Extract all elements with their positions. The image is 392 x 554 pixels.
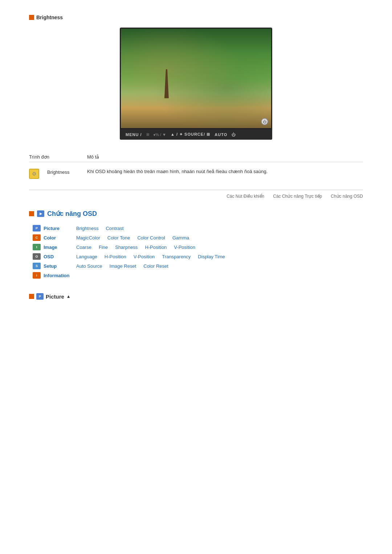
settings-icon bbox=[29, 169, 39, 179]
image-item-sharpness[interactable]: Sharpness bbox=[115, 245, 138, 250]
picture-category-icon: P bbox=[33, 225, 41, 231]
osd-section: ▶ Chức năng OSD P Picture Brightness Con… bbox=[29, 210, 363, 279]
osd-category-icon: O bbox=[33, 253, 41, 260]
setup-item-autosource[interactable]: Auto Source bbox=[76, 263, 102, 269]
color-items: MagicColor Color Tone Color Control Gamm… bbox=[76, 235, 189, 241]
picture-category-label[interactable]: Picture bbox=[44, 226, 76, 231]
picture-section-label: Picture bbox=[46, 294, 64, 300]
setup-item-imagereset[interactable]: Image Reset bbox=[110, 263, 136, 269]
picture-section-arrow: ▲ bbox=[66, 294, 71, 299]
color-category-label[interactable]: Color bbox=[44, 235, 76, 241]
picture-item-brightness[interactable]: Brightness bbox=[76, 226, 98, 231]
monitor-menu-label: MENU / bbox=[126, 132, 142, 137]
setup-items: Auto Source Image Reset Color Reset bbox=[76, 263, 168, 269]
image-items: Coarse Fine Sharpness H-Position V-Posit… bbox=[76, 245, 195, 250]
row-icon-col bbox=[29, 168, 47, 179]
menu-table: Trình đơn Mô tả Brightness Khi OSD khoân… bbox=[29, 154, 363, 179]
image-item-fine[interactable]: Fine bbox=[99, 245, 108, 250]
monitor-power-button[interactable]: ⏻ bbox=[261, 118, 268, 125]
image-item-coarse[interactable]: Coarse bbox=[76, 245, 91, 250]
nav-link-controls[interactable]: Các Nút Điều khiển bbox=[226, 194, 264, 199]
info-category-icon: i bbox=[33, 272, 41, 279]
table-header: Trình đơn Mô tả bbox=[29, 154, 363, 162]
osd-item-displaytime[interactable]: Display Time bbox=[198, 254, 225, 259]
osd-row-osd: O OSD Language H-Position V-Position Tra… bbox=[33, 253, 363, 260]
setup-category-icon: S bbox=[33, 263, 41, 269]
osd-icon-box bbox=[29, 211, 34, 216]
image-category-label[interactable]: Image bbox=[44, 245, 76, 250]
color-item-magiccolor[interactable]: MagicColor bbox=[76, 235, 100, 241]
monitor-base: MENU / ⊞ ♦% / ▼ ▲ / ✦ SOURCE/ ⊞ AUTO ⏻ bbox=[120, 129, 272, 140]
picture-section: P Picture ▲ bbox=[29, 293, 363, 300]
color-item-colortone[interactable]: Color Tone bbox=[107, 235, 130, 241]
monitor-controls: ♦% / ▼ bbox=[154, 132, 166, 137]
info-category-label[interactable]: Information bbox=[44, 273, 76, 278]
monitor-source: ▲ / ✦ SOURCE/ ⊞ bbox=[171, 132, 210, 137]
nav-link-osd[interactable]: Chức năng OSD bbox=[331, 194, 363, 199]
osd-item-language[interactable]: Language bbox=[76, 254, 97, 259]
monitor-container: ⏻ MENU / ⊞ ♦% / ▼ ▲ / ✦ SOURCE/ ⊞ AUTO ⏻ bbox=[120, 28, 272, 140]
osd-item-vposition[interactable]: V-Position bbox=[134, 254, 155, 259]
monitor-power-icon: ⏻ bbox=[232, 132, 236, 137]
setup-item-colorreset[interactable]: Color Reset bbox=[143, 263, 168, 269]
nav-links: Các Nút Điều khiển Các Chức năng Trực ti… bbox=[29, 190, 363, 199]
picture-section-icon-box bbox=[29, 294, 34, 299]
col-menu-header: Trình đơn bbox=[29, 154, 87, 160]
image-category-icon: I bbox=[33, 244, 41, 250]
color-item-gamma[interactable]: Gamma bbox=[172, 235, 189, 241]
osd-items: Language H-Position V-Position Transpare… bbox=[76, 254, 225, 259]
brightness-icon-box bbox=[29, 15, 34, 20]
osd-category-label[interactable]: OSD bbox=[44, 254, 76, 259]
brightness-label: Brightness bbox=[36, 15, 63, 20]
image-item-hposition[interactable]: H-Position bbox=[145, 245, 167, 250]
picture-item-contrast[interactable]: Contrast bbox=[106, 226, 123, 231]
row-description: Khi OSD khoâng hieän thò treân maøn hình… bbox=[87, 168, 363, 175]
image-item-vposition[interactable]: V-Position bbox=[174, 245, 195, 250]
row-menu-item: Brightness bbox=[47, 168, 87, 175]
osd-row-image: I Image Coarse Fine Sharpness H-Position… bbox=[33, 244, 363, 250]
osd-row-information: i Information bbox=[33, 272, 363, 279]
table-row: Brightness Khi OSD khoâng hieän thò treâ… bbox=[29, 168, 363, 179]
monitor-auto: AUTO bbox=[215, 132, 227, 137]
color-item-colorcontrol[interactable]: Color Control bbox=[137, 235, 165, 241]
osd-title: Chức năng OSD bbox=[47, 210, 97, 218]
osd-row-picture: P Picture Brightness Contrast bbox=[33, 225, 363, 231]
osd-icon-inner: ▶ bbox=[37, 210, 44, 217]
nav-link-direct[interactable]: Các Chức năng Trực tiếp bbox=[273, 194, 322, 199]
monitor-screen-image bbox=[121, 29, 271, 128]
osd-item-transparency[interactable]: Transparency bbox=[162, 254, 191, 259]
picture-section-icon-inner: P bbox=[36, 293, 44, 300]
osd-row-color: C Color MagicColor Color Tone Color Cont… bbox=[33, 234, 363, 241]
osd-grid: P Picture Brightness Contrast C Color Ma… bbox=[33, 225, 363, 279]
osd-row-setup: S Setup Auto Source Image Reset Color Re… bbox=[33, 263, 363, 269]
osd-heading: ▶ Chức năng OSD bbox=[29, 210, 363, 218]
brightness-heading: Brightness bbox=[29, 15, 363, 20]
osd-item-hposition[interactable]: H-Position bbox=[105, 254, 126, 259]
setup-category-label[interactable]: Setup bbox=[44, 263, 76, 269]
col-desc-header: Mô tả bbox=[87, 154, 363, 160]
picture-items: Brightness Contrast bbox=[76, 226, 124, 231]
monitor-screen: ⏻ bbox=[120, 28, 272, 129]
color-category-icon: C bbox=[33, 234, 41, 241]
